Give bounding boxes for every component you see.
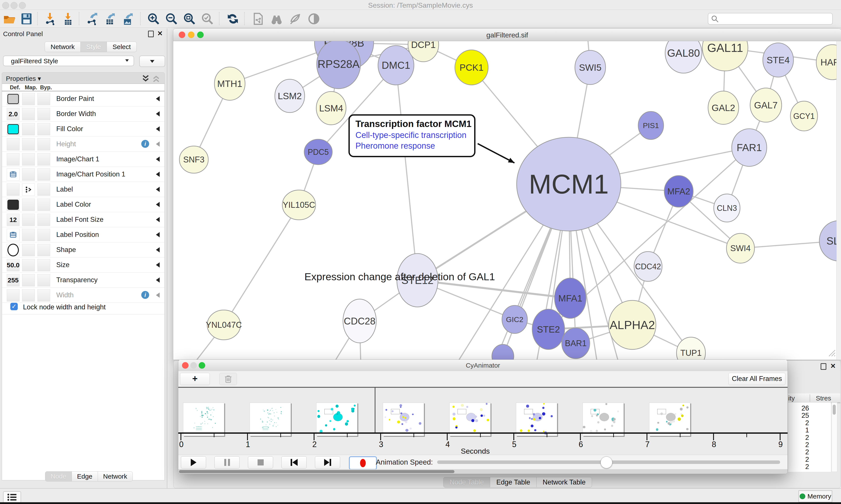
zoom-selected-icon[interactable] xyxy=(200,12,215,26)
collapse-arrow-icon[interactable] xyxy=(156,277,160,283)
frame-thumbnail-7s[interactable] xyxy=(649,403,690,436)
color-swatch[interactable] xyxy=(7,200,19,210)
delete-frame-button[interactable] xyxy=(219,373,237,385)
collapse-arrow-icon[interactable] xyxy=(156,292,160,298)
zoom-in-icon[interactable] xyxy=(146,12,161,26)
resize-grip-icon[interactable] xyxy=(827,348,836,357)
property-row-size[interactable]: 50.0Size xyxy=(2,257,164,273)
collapse-arrow-icon[interactable] xyxy=(156,262,160,268)
show-details-icon[interactable] xyxy=(307,12,321,26)
expand-all-icon[interactable] xyxy=(141,74,150,83)
search-field[interactable] xyxy=(708,13,833,25)
lock-dimensions-row[interactable]: ✓ Lock node width and height xyxy=(2,300,164,314)
property-row-label-font-size[interactable]: 12Label Font Size xyxy=(2,212,164,227)
bottom-tab-network[interactable]: Network xyxy=(98,471,133,482)
clear-all-frames-button[interactable]: Clear All Frames xyxy=(729,373,785,385)
table-cell-value[interactable]: 26 xyxy=(788,404,809,412)
property-row-label-color[interactable]: Label Color xyxy=(2,197,164,212)
collapse-arrow-icon[interactable] xyxy=(156,126,160,131)
table-cell-value[interactable]: 2 xyxy=(788,448,809,456)
timeline-horizontal-scrollbar[interactable] xyxy=(178,469,788,474)
float-panel-icon[interactable] xyxy=(148,31,154,36)
property-row-image-chart-position-1[interactable]: Image/Chart Position 1 xyxy=(2,167,164,182)
close-panel-icon[interactable]: ✕ xyxy=(830,363,836,369)
close-panel-icon[interactable]: ✕ xyxy=(157,31,163,36)
table-cell-value[interactable]: 25 xyxy=(788,412,809,419)
zoom-out-icon[interactable] xyxy=(164,12,179,26)
record-button[interactable] xyxy=(349,456,377,470)
tab-network-table[interactable]: Network Table xyxy=(537,477,592,488)
open-session-icon[interactable] xyxy=(2,12,17,26)
table-cell-value[interactable]: 2 xyxy=(788,463,809,471)
collapse-arrow-icon[interactable] xyxy=(156,172,160,177)
property-row-height[interactable]: Heighti xyxy=(2,137,164,152)
property-row-label[interactable]: Label xyxy=(2,182,164,197)
tab-network[interactable]: Network xyxy=(45,41,80,52)
collapse-arrow-icon[interactable] xyxy=(156,202,160,207)
property-row-shape[interactable]: Shape xyxy=(2,242,164,257)
task-history-button[interactable] xyxy=(3,491,21,503)
collapse-arrow-icon[interactable] xyxy=(156,111,160,116)
frame-thumbnail-3s[interactable] xyxy=(383,403,424,436)
table-cell-value[interactable]: 2 xyxy=(788,456,809,464)
tab-node-table[interactable]: Node Table xyxy=(443,477,490,488)
network-canvas[interactable]: RPS28BRPS28ADMC1DCP1PCK1MTH1LSM2LSM4SNF3… xyxy=(174,41,836,360)
scrollbar-thumb[interactable] xyxy=(179,470,454,473)
collapse-arrow-icon[interactable] xyxy=(156,157,160,162)
collapse-all-icon[interactable] xyxy=(152,74,161,83)
timeline[interactable]: 0123456789 Seconds xyxy=(178,388,788,455)
export-network-icon[interactable] xyxy=(85,12,100,26)
add-frame-button[interactable]: + xyxy=(180,373,210,385)
table-rows[interactable]: 26252122222 xyxy=(788,403,831,472)
float-panel-icon[interactable] xyxy=(821,363,826,369)
collapse-arrow-icon[interactable] xyxy=(156,232,160,237)
bottom-tab-edge[interactable]: Edge xyxy=(72,471,98,482)
import-network-icon[interactable] xyxy=(43,12,57,26)
skip-to-start-button[interactable] xyxy=(282,456,307,469)
frame-thumbnail-5s[interactable] xyxy=(516,403,557,436)
bottom-tab-node[interactable]: Node xyxy=(45,471,72,482)
network-document-icon[interactable] xyxy=(251,12,265,26)
info-icon[interactable]: i xyxy=(141,140,149,148)
table-cell-value[interactable]: 2 xyxy=(788,419,809,427)
collapse-arrow-icon[interactable] xyxy=(156,217,160,222)
info-icon[interactable]: i xyxy=(141,291,149,299)
zoom-fit-icon[interactable] xyxy=(182,12,197,26)
edge-YIL105C-YNL047C[interactable] xyxy=(224,205,299,325)
collapse-arrow-icon[interactable] xyxy=(156,187,160,192)
edge-DMC1-STE12[interactable] xyxy=(396,65,417,280)
annotation-box[interactable]: Transcription factor MCM1 Cell-type-spec… xyxy=(348,114,476,157)
property-row-border-width[interactable]: 2.0Border Width xyxy=(2,106,164,122)
frame-thumbnail-1s[interactable] xyxy=(250,403,291,436)
skip-to-end-button[interactable] xyxy=(315,456,340,469)
frame-thumbnail-4s[interactable] xyxy=(449,403,490,436)
memory-button[interactable]: Memory xyxy=(799,490,832,502)
tab-select[interactable]: Select xyxy=(107,41,137,52)
export-table-icon[interactable] xyxy=(103,12,118,26)
network-window-titlebar[interactable]: galFiltered.sif xyxy=(173,29,841,41)
style-options-button[interactable] xyxy=(139,56,165,67)
search-binoculars-icon[interactable] xyxy=(269,12,284,26)
annotation-link[interactable]: Pheromone response xyxy=(355,141,474,151)
style-selector[interactable]: galFiltered Style xyxy=(3,56,134,66)
collapse-arrow-icon[interactable] xyxy=(156,247,160,252)
frame-thumbnail-6s[interactable] xyxy=(583,403,624,436)
checkbox-checked-icon[interactable]: ✓ xyxy=(10,303,18,310)
collapse-arrow-icon[interactable] xyxy=(156,141,160,147)
property-row-image-chart-1[interactable]: Image/Chart 1 xyxy=(2,152,164,167)
property-row-border-paint[interactable]: Border Paint xyxy=(2,91,164,106)
import-table-icon[interactable] xyxy=(61,12,75,26)
table-cell-value[interactable]: 2 xyxy=(788,441,809,449)
property-row-label-position[interactable]: Label Position xyxy=(2,227,164,242)
property-row-transparency[interactable]: 255Transparency xyxy=(2,273,164,288)
pause-button[interactable] xyxy=(214,456,239,469)
tab-style[interactable]: Style xyxy=(80,41,107,52)
hide-details-icon[interactable] xyxy=(288,12,302,26)
table-cell-value[interactable]: 1 xyxy=(788,426,809,434)
stop-button[interactable] xyxy=(248,456,273,469)
frame-thumbnail-0s[interactable] xyxy=(183,403,224,436)
color-swatch[interactable] xyxy=(7,94,19,104)
collapse-arrow-icon[interactable] xyxy=(156,96,160,101)
properties-header[interactable]: Properties ▾ xyxy=(2,72,165,84)
save-session-icon[interactable] xyxy=(19,12,34,26)
